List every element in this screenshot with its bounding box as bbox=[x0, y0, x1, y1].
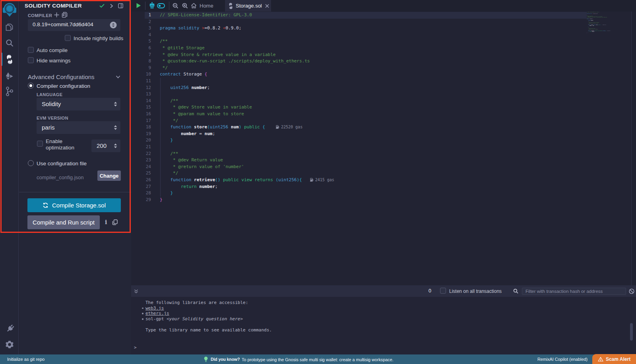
enable-optimization-label-1: Enable bbox=[46, 138, 62, 144]
hide-warnings-label: Hide warnings bbox=[37, 58, 71, 64]
code-line: /** bbox=[160, 151, 178, 157]
enable-optimization-checkbox[interactable] bbox=[37, 141, 43, 147]
line-number: 18 bbox=[131, 124, 151, 131]
search-icon[interactable] bbox=[0, 39, 19, 47]
config-file-name[interactable]: compiler_config.json bbox=[37, 174, 84, 180]
icon-rail bbox=[0, 0, 19, 354]
bullet bbox=[142, 313, 143, 314]
compile-and-run-label: Compile and Run script bbox=[33, 219, 95, 226]
terminal-search-icon[interactable] bbox=[513, 288, 518, 294]
line-number: 5 bbox=[131, 38, 151, 45]
terminal-text: sol-gpt <your Solidity question here> bbox=[145, 316, 243, 321]
info-icon[interactable]: i bbox=[105, 219, 107, 225]
terminal-link[interactable]: web3.js bbox=[145, 306, 164, 311]
compiler-version-select[interactable]: 0.8.19+commit.7dd6d404 bbox=[28, 19, 120, 31]
tab-storage-sol[interactable]: Storage.sol bbox=[225, 0, 271, 12]
clear-console-icon[interactable] bbox=[629, 288, 634, 294]
use-config-file-radio[interactable] bbox=[28, 160, 34, 166]
file-explorer-icon[interactable] bbox=[0, 23, 19, 32]
did-you-know-text: To prototype using the Gnosis safe multi… bbox=[242, 357, 394, 362]
terminal-prompt: > bbox=[134, 345, 137, 350]
focus-panel-chevron-icon[interactable] bbox=[110, 4, 113, 8]
terminal-text: The following libraries are accessible: bbox=[145, 300, 248, 305]
add-custom-compiler-icon[interactable] bbox=[54, 12, 59, 17]
code-line: * @custom:dev-run-script ./scripts/deplo… bbox=[160, 58, 310, 65]
language-updown-icon bbox=[114, 101, 117, 107]
line-number: 29 bbox=[131, 197, 151, 203]
deploy-run-icon[interactable] bbox=[0, 72, 19, 80]
terminal-scrollbar-thumb[interactable] bbox=[630, 323, 633, 341]
evm-version-select[interactable]: paris bbox=[37, 121, 120, 134]
advanced-config-header[interactable]: Advanced Configurations bbox=[28, 74, 95, 80]
git-init-status[interactable]: Initialize as git repo bbox=[7, 357, 45, 362]
copy-icon[interactable] bbox=[112, 219, 118, 225]
zoom-in-icon[interactable] bbox=[182, 3, 188, 9]
scam-alert-badge[interactable]: Scam Alert bbox=[592, 354, 636, 364]
pin-panel-icon[interactable] bbox=[118, 3, 123, 8]
optimization-runs-value: 200 bbox=[97, 142, 107, 149]
compile-button[interactable]: Compile Storage.sol bbox=[27, 198, 121, 212]
settings-gear-icon[interactable] bbox=[0, 340, 19, 349]
compiler-config-radio[interactable] bbox=[28, 83, 34, 89]
terminal-link[interactable]: ethers.js bbox=[145, 311, 169, 316]
hide-warnings-checkbox[interactable] bbox=[28, 57, 34, 63]
line-number: 28 bbox=[131, 190, 151, 197]
terminal-expand-chevrons-icon[interactable] bbox=[134, 289, 138, 294]
status-bar: Initialize as git repo Did you know? To … bbox=[0, 354, 636, 364]
evm-version-value: paris bbox=[42, 124, 55, 131]
panel-divider bbox=[19, 192, 131, 192]
plugin-manager-icon[interactable] bbox=[0, 324, 19, 333]
solidity-file-icon bbox=[229, 3, 233, 9]
tabbar-divider-2 bbox=[169, 2, 169, 10]
code-line: } bbox=[587, 26, 588, 27]
optimization-runs-input[interactable]: 200 bbox=[91, 139, 120, 152]
line-number: 15 bbox=[131, 104, 151, 111]
ai-copilot-robot-icon[interactable] bbox=[149, 2, 155, 9]
runs-updown-icon bbox=[114, 143, 117, 149]
line-number: 4 bbox=[131, 32, 151, 39]
include-nightly-label: Include nightly builds bbox=[74, 35, 123, 41]
change-config-button[interactable]: Change bbox=[97, 170, 121, 181]
warning-triangle-icon bbox=[598, 357, 603, 362]
code-line: * @param num value to store bbox=[160, 111, 244, 118]
code-line: */ bbox=[160, 118, 178, 124]
line-number: 22 bbox=[131, 151, 151, 157]
solidity-compiler-icon[interactable] bbox=[0, 55, 19, 64]
language-label: LANGUAGE bbox=[37, 92, 62, 97]
tab-close-icon[interactable] bbox=[265, 4, 269, 8]
advanced-chevron-down-icon[interactable] bbox=[116, 75, 120, 79]
code-line: * @dev Store value in variable bbox=[160, 104, 252, 111]
zoom-out-icon[interactable] bbox=[173, 3, 178, 9]
remix-logo-icon[interactable] bbox=[0, 2, 19, 17]
evm-version-label: EVM VERSION bbox=[37, 116, 68, 120]
transaction-filter-input[interactable] bbox=[522, 288, 626, 295]
compile-and-run-button[interactable]: Compile and Run script bbox=[27, 215, 100, 229]
include-nightly-checkbox[interactable] bbox=[65, 35, 71, 41]
terminal-toolbar: 0 Listen on all transactions bbox=[131, 285, 636, 297]
line-number: 12 bbox=[131, 85, 151, 91]
git-icon[interactable] bbox=[0, 86, 19, 97]
tabbar-divider bbox=[145, 2, 145, 10]
copilot-toggle-icon[interactable] bbox=[157, 3, 165, 8]
gas-estimate: 22520 gas bbox=[602, 25, 606, 25]
compile-button-label: Compile Storage.sol bbox=[52, 202, 106, 209]
line-number: 25 bbox=[131, 170, 151, 177]
listen-transactions-checkbox[interactable] bbox=[440, 288, 446, 294]
language-select[interactable]: Solidity bbox=[37, 98, 120, 110]
import-compiler-icon[interactable] bbox=[62, 12, 68, 18]
bullet bbox=[142, 308, 143, 309]
auto-compile-checkbox[interactable] bbox=[28, 47, 34, 53]
terminal-output[interactable]: The following libraries are accessible:w… bbox=[131, 297, 636, 354]
line-number: 2 bbox=[131, 19, 151, 25]
line-number: 27 bbox=[131, 184, 151, 190]
code-line: } bbox=[587, 33, 587, 33]
code-line: function store(uint256 num) public {2252… bbox=[160, 124, 302, 131]
code-line: pragma solidity >=0.8.2 <0.9.0; bbox=[587, 14, 598, 14]
copilot-status[interactable]: RemixAI Copilot (enabled) bbox=[537, 357, 588, 362]
remix-ide-app: SOLIDITY COMPILER COMPILER 0.8.19+commit… bbox=[0, 0, 636, 364]
tab-home[interactable]: Home bbox=[191, 0, 213, 12]
code-editor[interactable]: 1234567891011121314151617181920212223242… bbox=[131, 12, 636, 285]
main-area: Home Storage.sol 12345678910111213141516… bbox=[131, 0, 636, 354]
run-script-play-icon[interactable] bbox=[136, 3, 141, 8]
editor-minimap[interactable]: // SPDX-License-Identifier: GPL-3.0pragm… bbox=[587, 12, 631, 285]
